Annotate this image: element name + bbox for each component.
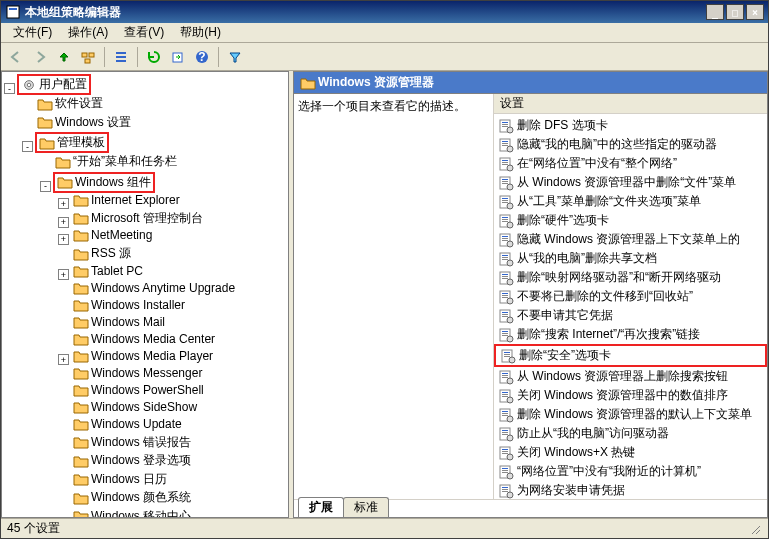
tree-node[interactable]: Windows Mail [71,315,167,329]
tree-node[interactable]: Windows 颜色系统 [71,489,193,506]
tree-expander [58,301,69,312]
svg-point-92 [507,416,513,422]
export-button[interactable] [167,46,189,68]
tree-expander[interactable]: + [58,217,69,228]
tree-node[interactable]: Windows Messenger [71,366,204,380]
list-item[interactable]: 隐藏 Windows 资源管理器上下文菜单上的 [494,230,767,249]
svg-rect-21 [502,145,508,146]
tree-node[interactable]: “开始”菜单和任务栏 [53,153,179,170]
tree-node[interactable]: 软件设置 [35,95,105,112]
tab-standard[interactable]: 标准 [343,497,389,517]
close-button[interactable]: × [746,4,764,20]
filter-button[interactable] [224,46,246,68]
setting-label: 从“我的电脑”删除共享文档 [517,250,657,267]
tree-node[interactable]: Tablet PC [71,264,145,278]
tree-node[interactable]: Windows Media Center [71,332,217,346]
list-item[interactable]: 删除 DFS 选项卡 [494,116,767,135]
svg-rect-64 [502,312,508,313]
tree-node[interactable]: Windows 错误报告 [71,434,193,451]
list-item[interactable]: 从 Windows 资源管理器上删除搜索按钮 [494,367,767,386]
tree-node[interactable]: Windows Anytime Upgrade [71,281,237,295]
folder-tree-button[interactable] [77,46,99,68]
list-item[interactable]: 防止从“我的电脑”访问驱动器 [494,424,767,443]
list-item[interactable]: 删除“硬件”选项卡 [494,211,767,230]
tree-expander[interactable]: + [58,269,69,280]
up-button[interactable] [53,46,75,68]
list-item[interactable]: 关闭 Windows+X 热键 [494,443,767,462]
status-text: 45 个设置 [7,520,60,537]
tree-expander[interactable]: - [4,83,15,94]
list-item[interactable]: 从 Windows 资源管理器中删除“文件”菜单 [494,173,767,192]
policy-icon [498,483,514,499]
folder-icon [73,454,89,468]
tree-node[interactable]: Windows Update [71,417,184,431]
list-item[interactable]: 删除 Windows 资源管理器的默认上下文菜单 [494,405,767,424]
refresh-button[interactable] [143,46,165,68]
maximize-button[interactable]: □ [726,4,744,20]
tree-node[interactable]: Windows PowerShell [71,383,206,397]
tree-node[interactable]: Windows 登录选项 [71,452,193,469]
tree-expander[interactable]: + [58,354,69,365]
tree-expander[interactable]: - [22,141,33,152]
settings-list[interactable]: 删除 DFS 选项卡隐藏“我的电脑”中的这些指定的驱动器在“网络位置”中没有“整… [494,114,767,499]
tree-node[interactable]: NetMeeting [71,228,154,242]
list-item[interactable]: 隐藏“我的电脑”中的这些指定的驱动器 [494,135,767,154]
svg-point-32 [507,184,513,190]
forward-button[interactable] [29,46,51,68]
resize-grip-icon[interactable] [748,522,762,536]
tree-expander[interactable]: + [58,234,69,245]
setting-label: 删除“硬件”选项卡 [517,212,609,229]
list-item[interactable]: 不要申请其它凭据 [494,306,767,325]
svg-point-62 [507,298,513,304]
setting-label: 关闭 Windows+X 热键 [517,444,635,461]
tree-node[interactable]: Windows 设置 [35,114,133,131]
toolbar-separator [137,47,138,67]
list-item[interactable]: 删除“安全”选项卡 [494,344,767,367]
minimize-button[interactable]: _ [706,4,724,20]
tree-expander[interactable]: + [58,198,69,209]
tree-node-admin-templates[interactable]: 管理模板 [35,132,109,153]
menu-help[interactable]: 帮助(H) [172,22,229,43]
svg-rect-104 [502,468,508,469]
svg-rect-6 [116,56,126,58]
setting-label: 在“网络位置”中没有“整个网络” [517,155,677,172]
tree-expander[interactable]: - [40,181,51,192]
tree-node[interactable]: Windows Media Player [71,349,215,363]
menu-file[interactable]: 文件(F) [5,22,60,43]
folder-icon [73,247,89,261]
list-item[interactable]: 关闭 Windows 资源管理器中的数值排序 [494,386,767,405]
titlebar: 本地组策略编辑器 _ □ × [1,1,768,23]
column-header-setting[interactable]: 设置 [494,94,767,114]
list-item[interactable]: 不要将已删除的文件移到“回收站” [494,287,767,306]
back-button[interactable] [5,46,27,68]
tree-node[interactable]: Windows SideShow [71,400,199,414]
tree-node[interactable]: Windows Installer [71,298,187,312]
tree-node[interactable]: Windows 日历 [71,471,169,488]
tree-node-user-config[interactable]: 用户配置 [17,74,91,95]
list-item[interactable]: 从“工具”菜单删除“文件夹选项”菜单 [494,192,767,211]
policy-icon [498,137,514,153]
tree-pane[interactable]: -用户配置软件设置Windows 设置-管理模板“开始”菜单和任务栏-Windo… [1,71,289,518]
help-button[interactable]: ? [191,46,213,68]
menu-view[interactable]: 查看(V) [116,22,172,43]
tree-node[interactable]: Internet Explorer [71,193,182,207]
svg-rect-91 [502,415,508,416]
list-item[interactable]: 删除“搜索 Internet”/“再次搜索”链接 [494,325,767,344]
tree-node[interactable]: RSS 源 [71,245,133,262]
list-item[interactable]: 从“我的电脑”删除共享文档 [494,249,767,268]
tab-extended[interactable]: 扩展 [298,497,344,517]
tree-node-win-components[interactable]: Windows 组件 [53,172,155,193]
list-item[interactable]: 在“网络位置”中没有“整个网络” [494,154,767,173]
list-item[interactable]: 为网络安装申请凭据 [494,481,767,499]
tree-expander [40,158,51,169]
menu-action[interactable]: 操作(A) [60,22,116,43]
svg-rect-35 [502,200,508,201]
tree-node[interactable]: Windows 移动中心 [71,508,193,519]
list-item[interactable]: 删除“映射网络驱动器”和“断开网络驱动 [494,268,767,287]
list-item[interactable]: “网络位置”中没有“我附近的计算机” [494,462,767,481]
list-button[interactable] [110,46,132,68]
svg-rect-79 [502,373,508,374]
folder-icon [73,366,89,380]
svg-rect-0 [7,6,19,18]
tree-node[interactable]: Microsoft 管理控制台 [71,210,205,227]
